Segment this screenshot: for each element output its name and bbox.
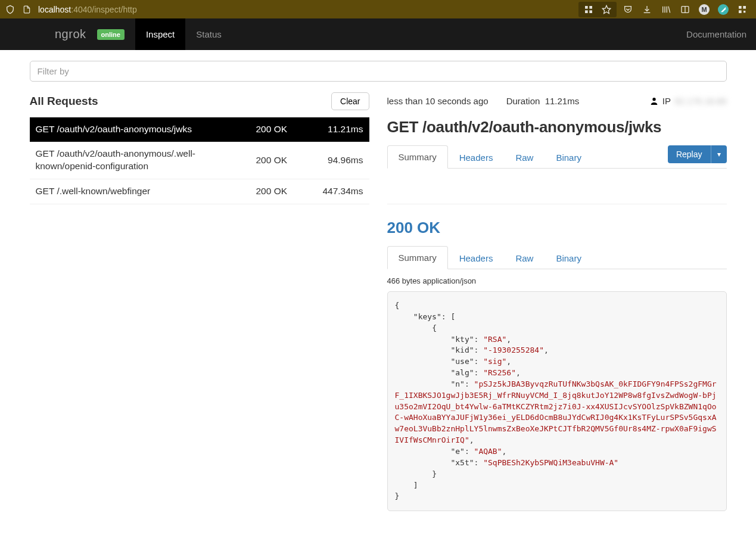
svg-rect-1	[589, 6, 592, 9]
replay-button[interactable]: Replay	[668, 145, 711, 163]
replay-group: Replay ▾	[668, 145, 727, 163]
user-icon	[649, 97, 659, 106]
main-container: All Requests Clear GET /oauth/v2/oauth-a…	[24, 50, 733, 535]
browser-chrome: localhost:4040/inspect/http M	[0, 0, 756, 18]
request-path: GET /.well-known/webfinger	[30, 179, 250, 204]
extension-teal-icon[interactable]	[718, 4, 729, 15]
requests-heading: All Requests	[30, 95, 98, 108]
svg-rect-13	[739, 10, 742, 13]
requests-panel: All Requests Clear GET /oauth/v2/oauth-a…	[30, 92, 369, 511]
table-row[interactable]: GET /.well-known/webfinger 200 OK 447.34…	[30, 179, 369, 204]
table-row[interactable]: GET /oauth/v2/oauth-anonymous/jwks 200 O…	[30, 117, 369, 142]
url-host: localhost	[38, 5, 71, 14]
svg-line-8	[668, 6, 670, 13]
subtab-binary[interactable]: Binary	[545, 247, 593, 269]
subtab-raw[interactable]: Raw	[504, 146, 545, 169]
duration-block: Duration 11.21ms	[506, 96, 580, 106]
reader-icon[interactable]	[680, 4, 690, 15]
svg-marker-4	[602, 5, 610, 13]
ip-value: 92.176.18.86	[674, 96, 727, 106]
subtab-summary[interactable]: Summary	[387, 145, 448, 169]
requests-table: GET /oauth/v2/oauth-anonymous/jwks 200 O…	[30, 117, 369, 204]
grid-icon[interactable]	[583, 4, 594, 15]
subtab-headers[interactable]: Headers	[448, 247, 505, 269]
response-status: 200 OK	[387, 219, 727, 237]
subtab-summary[interactable]: Summary	[387, 246, 448, 269]
request-subtabs: Summary Headers Raw Binary Replay ▾	[387, 145, 727, 169]
svg-rect-0	[585, 6, 588, 9]
table-row[interactable]: GET /oauth/v2/oauth-anonymous/.well-know…	[30, 142, 369, 179]
time-ago: less than 10 seconds ago	[387, 96, 489, 106]
subtab-headers[interactable]: Headers	[448, 146, 505, 169]
request-duration: 11.21ms	[298, 117, 369, 142]
replay-dropdown[interactable]: ▾	[711, 145, 727, 163]
star-icon[interactable]	[601, 4, 612, 15]
detail-meta: less than 10 seconds ago Duration 11.21m…	[387, 92, 727, 118]
subtab-binary[interactable]: Binary	[545, 146, 593, 169]
extension-m-icon[interactable]: M	[699, 4, 710, 15]
download-icon[interactable]	[642, 4, 652, 15]
documentation-link[interactable]: Documentation	[686, 29, 746, 39]
response-body: { "keys": [ { "kty": "RSA", "kid": "-193…	[387, 291, 727, 511]
addons-icon[interactable]	[737, 4, 748, 15]
browser-action-group	[578, 2, 617, 17]
svg-rect-2	[585, 10, 588, 13]
request-status: 200 OK	[250, 117, 298, 142]
svg-point-15	[652, 98, 655, 101]
browser-toolbar-right: M	[623, 4, 751, 15]
pocket-icon[interactable]	[623, 4, 633, 15]
brand-logo: ngrok	[55, 27, 86, 41]
request-status: 200 OK	[250, 142, 298, 179]
ip-block: IP 92.176.18.86	[649, 96, 727, 106]
tab-status[interactable]: Status	[185, 18, 232, 50]
shield-icon	[5, 4, 15, 15]
response-subtabs: Summary Headers Raw Binary	[387, 245, 727, 269]
tab-inspect[interactable]: Inspect	[135, 18, 185, 50]
detail-panel: less than 10 seconds ago Duration 11.21m…	[387, 92, 727, 511]
url-path: :4040/inspect/http	[71, 5, 137, 14]
ip-label: IP	[662, 96, 671, 106]
svg-rect-12	[743, 6, 746, 9]
body-meta: 466 bytes application/json	[387, 276, 727, 285]
app-header: ngrok online Inspect Status Documentatio…	[0, 18, 756, 50]
request-status: 200 OK	[250, 179, 298, 204]
request-duration: 94.96ms	[298, 142, 369, 179]
library-icon[interactable]	[661, 4, 671, 15]
request-duration: 447.34ms	[298, 179, 369, 204]
request-path: GET /oauth/v2/oauth-anonymous/.well-know…	[30, 142, 250, 179]
filter-input[interactable]	[30, 61, 727, 82]
request-path: GET /oauth/v2/oauth-anonymous/jwks	[30, 117, 250, 142]
svg-rect-3	[589, 10, 592, 13]
svg-rect-14	[743, 11, 745, 13]
page-icon	[21, 4, 32, 15]
subtab-raw[interactable]: Raw	[504, 247, 545, 269]
svg-rect-11	[739, 6, 742, 9]
request-body-placeholder	[387, 169, 727, 204]
online-badge: online	[97, 29, 125, 40]
detail-title: GET /oauth/v2/oauth-anonymous/jwks	[387, 118, 727, 136]
clear-button[interactable]: Clear	[331, 92, 369, 110]
url-bar[interactable]: localhost:4040/inspect/http	[38, 5, 137, 14]
